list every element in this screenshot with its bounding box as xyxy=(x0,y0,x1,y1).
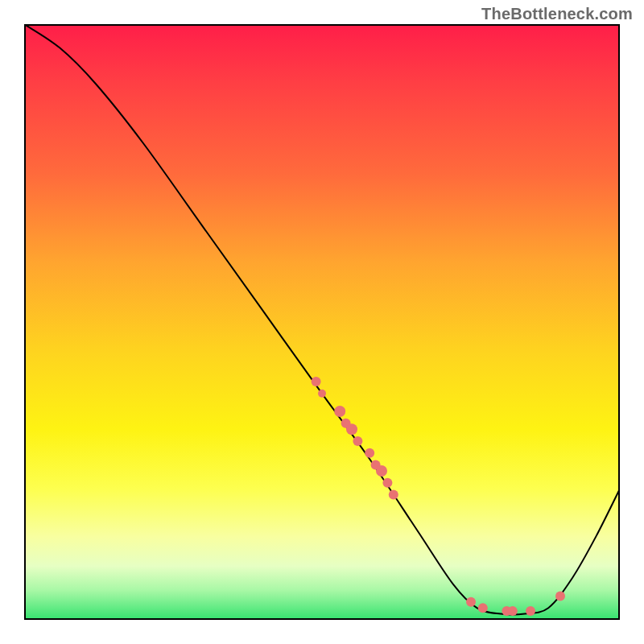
data-point xyxy=(318,390,326,398)
data-point xyxy=(346,423,357,435)
data-point xyxy=(353,436,362,446)
watermark-text: TheBottleneck.com xyxy=(481,5,633,23)
data-point xyxy=(555,591,565,601)
data-point xyxy=(508,606,518,616)
chart-svg xyxy=(24,24,620,620)
data-point xyxy=(365,448,374,458)
plot-area xyxy=(24,24,620,620)
data-point xyxy=(382,478,392,488)
chart-stage: TheBottleneck.com xyxy=(0,0,644,644)
bottleneck-curve xyxy=(24,24,620,615)
data-point xyxy=(466,597,476,607)
data-point xyxy=(334,406,345,417)
data-point xyxy=(312,377,321,386)
data-markers xyxy=(312,377,565,616)
data-point xyxy=(389,490,398,500)
data-point xyxy=(376,465,387,477)
data-point xyxy=(526,606,535,616)
data-point xyxy=(478,603,488,613)
